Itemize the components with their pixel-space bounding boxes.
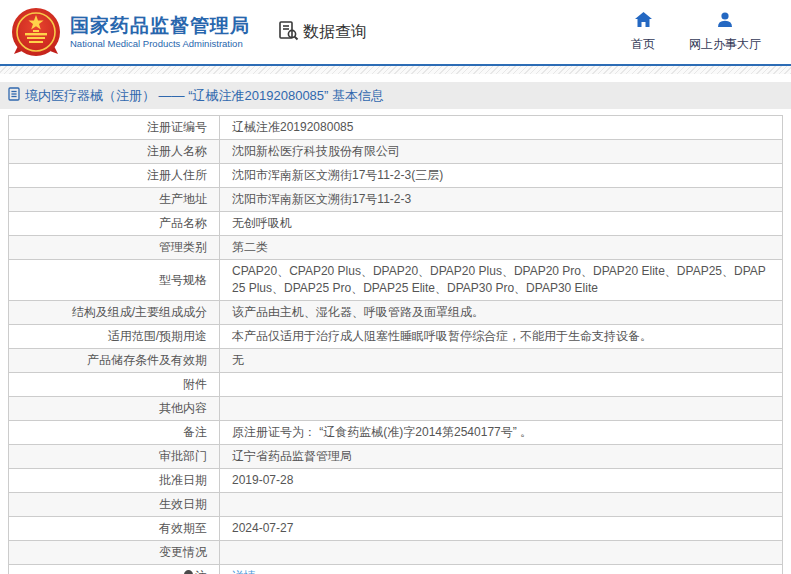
row-label: 型号规格: [9, 260, 220, 301]
nav-home[interactable]: 首页: [631, 12, 655, 53]
row-label: 注: [9, 565, 220, 574]
row-value: 沈阳新松医疗科技股份有限公司: [220, 140, 783, 164]
row-label: 批准日期: [9, 469, 220, 493]
row-label: 结构及组成/主要组成成分: [9, 301, 220, 325]
row-value: 第二类: [220, 236, 783, 260]
row-value: 无创呼吸机: [220, 212, 783, 236]
table-row: 注 详情: [9, 565, 783, 574]
table-row: 批准日期 2019-07-28: [9, 469, 783, 493]
row-value: 沈阳市浑南新区文溯街17号11-2-3: [220, 188, 783, 212]
data-query-label: 数据查询: [303, 22, 367, 43]
row-label: 适用范围/预期用途: [9, 325, 220, 349]
row-label: 注册人住所: [9, 164, 220, 188]
row-label: 备注: [9, 421, 220, 445]
row-label: 变更情况: [9, 541, 220, 565]
row-label: 有效期至: [9, 517, 220, 541]
row-value: 沈阳市浑南新区文溯街17号11-2-3(三层): [220, 164, 783, 188]
row-value: [220, 541, 783, 565]
row-label: 管理类别: [9, 236, 220, 260]
row-label: 注册证编号: [9, 116, 220, 140]
row-label: 其他内容: [9, 397, 220, 421]
table-row: 生效日期: [9, 493, 783, 517]
row-value: [220, 373, 783, 397]
row-label: 附件: [9, 373, 220, 397]
table-row: 适用范围/预期用途 本产品仅适用于治疗成人阻塞性睡眠呼吸暂停综合症，不能用于生命…: [9, 325, 783, 349]
table-row: 产品储存条件及有效期 无: [9, 349, 783, 373]
table-row: 生产地址 沈阳市浑南新区文溯街17号11-2-3: [9, 188, 783, 212]
nav-service-hall-label: 网上办事大厅: [689, 36, 761, 53]
table-row: 备注 原注册证号为： “辽食药监械(准)字2014第2540177号” 。: [9, 421, 783, 445]
row-value: 本产品仅适用于治疗成人阻塞性睡眠呼吸暂停综合症，不能用于生命支持设备。: [220, 325, 783, 349]
table-row: 注册证编号 辽械注准20192080085: [9, 116, 783, 140]
row-value: CPAP20、CPAP20 Plus、DPAP20、DPAP20 Plus、DP…: [220, 260, 783, 301]
row-value: 辽宁省药品监督管理局: [220, 445, 783, 469]
document-search-icon: [278, 20, 299, 45]
table-row: 结构及组成/主要组成成分 该产品由主机、湿化器、呼吸管路及面罩组成。: [9, 301, 783, 325]
row-value: 2024-07-27: [220, 517, 783, 541]
site-header: 国家药品监督管理局 National Medical Products Admi…: [0, 0, 791, 66]
home-icon: [635, 12, 652, 31]
table-row: 附件: [9, 373, 783, 397]
row-value: 详情: [220, 565, 783, 574]
row-label: 产品储存条件及有效期: [9, 349, 220, 373]
note-icon: [184, 570, 193, 574]
hatch-divider: [0, 66, 791, 74]
top-nav: 首页 网上办事大厅: [631, 12, 761, 53]
org-name-en: National Medical Products Administration: [70, 38, 250, 49]
person-icon: [717, 12, 733, 31]
nmpa-emblem-logo[interactable]: [10, 6, 62, 58]
row-label: 审批部门: [9, 445, 220, 469]
table-row: 变更情况: [9, 541, 783, 565]
org-title-block: 国家药品监督管理局 National Medical Products Admi…: [70, 15, 250, 49]
nav-service-hall[interactable]: 网上办事大厅: [689, 12, 761, 53]
table-row: 审批部门 辽宁省药品监督管理局: [9, 445, 783, 469]
page-icon: [8, 87, 20, 105]
table-row: 产品名称 无创呼吸机: [9, 212, 783, 236]
table-row: 管理类别 第二类: [9, 236, 783, 260]
data-query-tab[interactable]: 数据查询: [278, 20, 367, 45]
row-value: 无: [220, 349, 783, 373]
info-table-body: 注册证编号 辽械注准20192080085 注册人名称 沈阳新松医疗科技股份有限…: [9, 116, 783, 574]
org-name-cn: 国家药品监督管理局: [70, 15, 250, 36]
row-label: 产品名称: [9, 212, 220, 236]
row-label: 生产地址: [9, 188, 220, 212]
row-value: [220, 397, 783, 421]
row-value: 辽械注准20192080085: [220, 116, 783, 140]
breadcrumb: 境内医疗器械（注册） —— “辽械注准20192080085” 基本信息: [0, 82, 791, 109]
row-label: 注册人名称: [9, 140, 220, 164]
row-value: 原注册证号为： “辽食药监械(准)字2014第2540177号” 。: [220, 421, 783, 445]
table-row: 其他内容: [9, 397, 783, 421]
page-title: 境内医疗器械（注册） —— “辽械注准20192080085” 基本信息: [25, 87, 384, 105]
nav-home-label: 首页: [631, 36, 655, 53]
table-row: 注册人住所 沈阳市浑南新区文溯街17号11-2-3(三层): [9, 164, 783, 188]
detail-link[interactable]: 详情: [232, 569, 256, 574]
row-label: 生效日期: [9, 493, 220, 517]
row-value: 该产品由主机、湿化器、呼吸管路及面罩组成。: [220, 301, 783, 325]
table-row: 有效期至 2024-07-27: [9, 517, 783, 541]
table-row: 注册人名称 沈阳新松医疗科技股份有限公司: [9, 140, 783, 164]
row-value: 2019-07-28: [220, 469, 783, 493]
row-value: [220, 493, 783, 517]
info-table: 注册证编号 辽械注准20192080085 注册人名称 沈阳新松医疗科技股份有限…: [8, 115, 783, 574]
table-row: 型号规格 CPAP20、CPAP20 Plus、DPAP20、DPAP20 Pl…: [9, 260, 783, 301]
